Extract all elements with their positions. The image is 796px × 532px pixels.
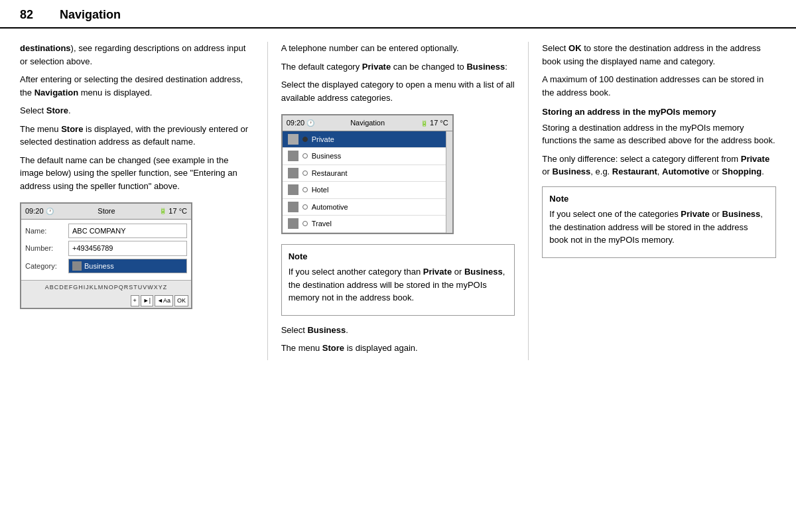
nav-device-mockup: 09:20 🕐 Navigation 🔋 17 °C Private xyxy=(281,114,454,234)
kb-btn-plus[interactable]: + xyxy=(131,295,139,307)
col2-p1: A telephone number can be entered option… xyxy=(281,42,515,55)
column-1: destinations), see regarding description… xyxy=(20,42,268,360)
col2-note-title: Note xyxy=(289,250,508,263)
col1-p4: The menu Store is displayed, with the pr… xyxy=(20,123,254,149)
nav-list-item-hotel: Hotel xyxy=(283,182,446,199)
form-row-name: Name: ABC COMPANY xyxy=(25,224,187,239)
nav-list-item-business: Business xyxy=(283,148,446,165)
col3-section-p2: The only difference: select a category d… xyxy=(542,153,776,178)
nav-clock-icon: 🕐 xyxy=(306,119,314,127)
kb-btn-case[interactable]: ◄Aa xyxy=(155,295,173,307)
nav-device-title: Navigation xyxy=(350,117,385,129)
col1-p3: Select Store. xyxy=(20,104,254,117)
col2-note-text: If you select another category than Priv… xyxy=(289,265,508,304)
nav-screen-inner: Private Business Restaurant xyxy=(283,131,452,233)
form-value-number: +493456789 xyxy=(68,241,187,256)
business-category-icon xyxy=(72,261,82,271)
radio-business xyxy=(302,153,308,159)
device-temp-store: 17 °C xyxy=(168,206,187,217)
nav-list-item-private: Private xyxy=(283,131,446,149)
nav-item-icon-automotive xyxy=(288,202,298,212)
nav-list-wrapper: Private Business Restaurant xyxy=(283,131,446,233)
kb-btn-ok[interactable]: OK xyxy=(174,295,188,307)
clock-icon: 🕐 xyxy=(46,206,54,216)
keyboard-letters: ABCDEFGHIJKLMNOPQRSTUVWXYZ xyxy=(45,284,168,291)
col3-note-box: Note If you select one of the categories… xyxy=(542,186,776,258)
device-header-store: 09:20 🕐 Store 🔋 17 °C xyxy=(21,204,191,220)
battery-icon: 🔋 xyxy=(159,207,166,216)
form-value-name: ABC COMPANY xyxy=(68,224,187,239)
nav-list-item-automotive: Automotive xyxy=(283,199,446,216)
radio-restaurant xyxy=(302,170,308,176)
keyboard-buttons: + ►| ◄Aa OK xyxy=(21,294,191,308)
device-title-store: Store xyxy=(98,206,115,217)
col2-note-box: Note If you select another category than… xyxy=(281,244,515,316)
col2-after-p2: The menu Store is displayed again. xyxy=(281,342,515,355)
device-time-store: 09:20 🕐 xyxy=(25,206,54,217)
nav-battery-area: 🔋 17 °C xyxy=(421,117,448,129)
nav-list-item-restaurant: Restaurant xyxy=(283,165,446,182)
category-value-text: Business xyxy=(84,261,114,272)
form-label-category: Category: xyxy=(25,261,68,272)
col3-note-text: If you select one of the categories Priv… xyxy=(549,208,769,247)
nav-label-private: Private xyxy=(312,134,334,145)
nav-list-item-travel: Travel xyxy=(283,216,446,233)
col2-p3: Select the displayed category to open a … xyxy=(281,78,515,104)
col1-p2: After entering or selecting the desired … xyxy=(20,73,254,99)
radio-hotel xyxy=(302,187,308,192)
radio-travel xyxy=(302,221,308,226)
col3-note-title: Note xyxy=(549,192,769,206)
page-number: 82 xyxy=(20,8,33,22)
form-label-number: Number: xyxy=(25,243,68,254)
nav-item-icon-hotel xyxy=(288,184,298,195)
radio-private xyxy=(302,137,308,142)
page-title: Navigation xyxy=(60,8,121,22)
col3-section-heading: Storing an address in the myPOIs memory xyxy=(542,105,776,119)
nav-scrollbar[interactable] xyxy=(446,131,452,233)
nav-item-icon-business xyxy=(288,151,298,161)
col1-p5: The default name can be changed (see exa… xyxy=(20,154,254,193)
nav-device-time: 09:20 🕐 xyxy=(287,117,315,129)
form-row-category: Category: Business xyxy=(25,259,187,274)
column-2: A telephone number can be entered option… xyxy=(268,42,529,360)
nav-device-header: 09:20 🕐 Navigation 🔋 17 °C xyxy=(283,115,452,131)
nav-time-text: 09:20 xyxy=(287,119,305,127)
radio-automotive xyxy=(302,204,308,210)
form-label-name: Name: xyxy=(25,226,68,237)
form-row-number: Number: +493456789 xyxy=(25,241,187,256)
keyboard-row: ABCDEFGHIJKLMNOPQRSTUVWXYZ xyxy=(21,280,191,294)
battery-area-store: 🔋 17 °C xyxy=(159,206,187,217)
column-3: Select OK to store the destination addre… xyxy=(529,42,776,360)
col2-after-p1: Select Business. xyxy=(281,324,515,337)
content-area: destinations), see regarding description… xyxy=(0,29,796,373)
col3-p1: Select OK to store the destination addre… xyxy=(542,42,776,68)
page-header: 82 Navigation xyxy=(0,0,796,29)
col1-p1: destinations), see regarding description… xyxy=(20,42,254,68)
nav-label-automotive: Automotive xyxy=(312,202,348,213)
kb-btn-forward[interactable]: ►| xyxy=(141,295,153,307)
nav-label-restaurant: Restaurant xyxy=(312,168,348,179)
nav-label-hotel: Hotel xyxy=(312,184,329,196)
nav-label-travel: Travel xyxy=(312,218,332,230)
nav-device-temp: 17 °C xyxy=(430,119,448,127)
col3-section-p1: Storing a destination address in the myP… xyxy=(542,121,776,147)
nav-item-icon-travel xyxy=(288,218,298,229)
store-device-mockup: 09:20 🕐 Store 🔋 17 °C Name: ABC COMPANY … xyxy=(20,202,192,309)
col2-p2: The default category Private can be chan… xyxy=(281,60,515,74)
nav-label-business: Business xyxy=(312,151,342,162)
nav-item-icon-private xyxy=(288,134,298,145)
form-value-category: Business xyxy=(68,259,187,274)
nav-item-icon-restaurant xyxy=(288,168,298,178)
nav-battery-icon: 🔋 xyxy=(421,120,428,127)
device-body-store: Name: ABC COMPANY Number: +493456789 Cat… xyxy=(21,220,191,281)
col3-p2: A maximum of 100 destination addresses c… xyxy=(542,73,776,99)
